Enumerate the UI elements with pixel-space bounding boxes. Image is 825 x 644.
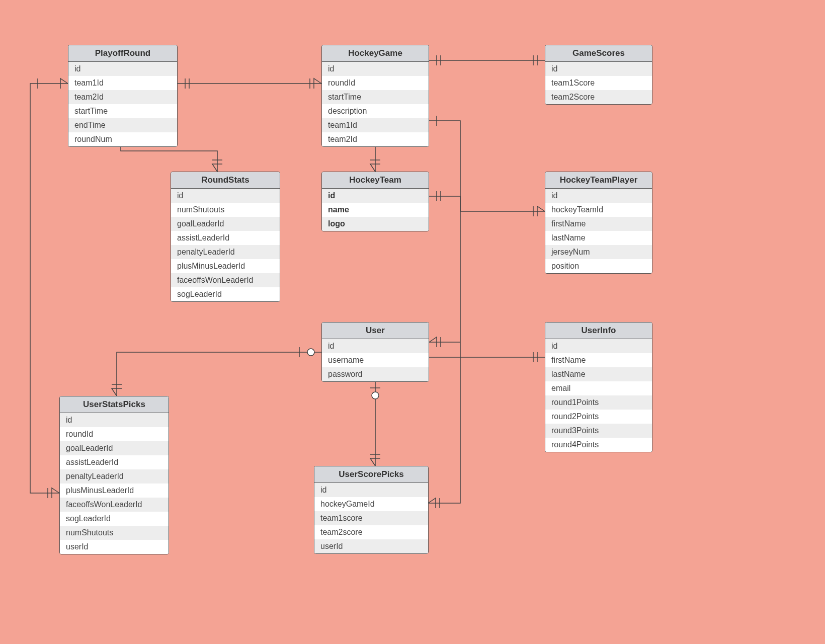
entity-fields: id username password: [322, 339, 429, 381]
entity-user-info: UserInfo id firstName lastName email rou…: [545, 322, 652, 452]
field: goalLeaderId: [60, 441, 169, 455]
field: round2Points: [545, 410, 652, 424]
field: round1Points: [545, 395, 652, 410]
field: lastName: [545, 231, 652, 245]
field: startTime: [68, 104, 177, 118]
field: name: [322, 203, 429, 217]
field: sogLeaderId: [171, 287, 280, 301]
entity-fields: id roundId startTime description team1Id…: [322, 62, 429, 146]
field: id: [322, 189, 429, 203]
field: jerseyNum: [545, 245, 652, 259]
field: round3Points: [545, 424, 652, 438]
field: description: [322, 104, 429, 118]
entity-fields: id team1Score team2Score: [545, 62, 652, 104]
entity-title: User: [322, 323, 429, 339]
entity-fields: id hockeyTeamId firstName lastName jerse…: [545, 189, 652, 273]
entity-title: HockeyTeam: [322, 172, 429, 189]
field: round4Points: [545, 438, 652, 452]
field: plusMinusLeaderId: [60, 484, 169, 498]
entity-title: RoundStats: [171, 172, 280, 189]
field: id: [68, 62, 177, 76]
entity-fields: id team1Id team2Id startTime endTime rou…: [68, 62, 177, 146]
field: id: [322, 339, 429, 353]
field: email: [545, 381, 652, 395]
field: penaltyLeaderId: [60, 469, 169, 484]
entity-title: HockeyGame: [322, 45, 429, 62]
entity-fields: id hockeyGameId team1score team2score us…: [314, 483, 428, 553]
field: team1score: [314, 511, 428, 525]
field: firstName: [545, 353, 652, 367]
entity-user: User id username password: [321, 322, 429, 382]
field: faceoffsWonLeaderId: [171, 273, 280, 287]
field: roundId: [322, 76, 429, 90]
field: id: [322, 62, 429, 76]
field: team1Id: [68, 76, 177, 90]
entity-title: PlayoffRound: [68, 45, 177, 62]
field: firstName: [545, 217, 652, 231]
field: goalLeaderId: [171, 217, 280, 231]
field: id: [60, 413, 169, 427]
field: plusMinusLeaderId: [171, 259, 280, 273]
entity-user-stats-picks: UserStatsPicks id roundId goalLeaderId a…: [59, 396, 169, 554]
entity-hockey-game: HockeyGame id roundId startTime descript…: [321, 45, 429, 147]
field: hockeyTeamId: [545, 203, 652, 217]
field: roundNum: [68, 132, 177, 146]
entity-title: GameScores: [545, 45, 652, 62]
entity-hockey-team: HockeyTeam id name logo: [321, 172, 429, 231]
field: hockeyGameId: [314, 497, 428, 511]
field: password: [322, 367, 429, 381]
entity-fields: id roundId goalLeaderId assistLeaderId p…: [60, 413, 169, 554]
entity-game-scores: GameScores id team1Score team2Score: [545, 45, 652, 105]
field: userId: [314, 539, 428, 553]
field: userId: [60, 540, 169, 554]
field: assistLeaderId: [60, 455, 169, 469]
field: faceoffsWonLeaderId: [60, 498, 169, 512]
field: team2score: [314, 525, 428, 539]
field: team1Id: [322, 118, 429, 132]
field: startTime: [322, 90, 429, 104]
field: penaltyLeaderId: [171, 245, 280, 259]
field: sogLeaderId: [60, 512, 169, 526]
entity-fields: id numShutouts goalLeaderId assistLeader…: [171, 189, 280, 301]
entity-hockey-team-player: HockeyTeamPlayer id hockeyTeamId firstNa…: [545, 172, 652, 274]
field: team2Id: [68, 90, 177, 104]
entity-title: UserInfo: [545, 323, 652, 339]
field: numShutouts: [60, 526, 169, 540]
entity-playoff-round: PlayoffRound id team1Id team2Id startTim…: [68, 45, 178, 147]
field: id: [314, 483, 428, 497]
field: logo: [322, 217, 429, 231]
field: lastName: [545, 367, 652, 381]
field: id: [545, 339, 652, 353]
field: id: [171, 189, 280, 203]
field: team1Score: [545, 76, 652, 90]
field: assistLeaderId: [171, 231, 280, 245]
svg-point-27: [372, 392, 379, 399]
field: roundId: [60, 427, 169, 441]
entity-fields: id firstName lastName email round1Points…: [545, 339, 652, 452]
svg-point-29: [307, 349, 314, 356]
field: id: [545, 189, 652, 203]
field: position: [545, 259, 652, 273]
entity-fields: id name logo: [322, 189, 429, 231]
field: username: [322, 353, 429, 367]
entity-title: UserStatsPicks: [60, 396, 169, 413]
field: id: [545, 62, 652, 76]
entity-round-stats: RoundStats id numShutouts goalLeaderId a…: [171, 172, 280, 302]
field: numShutouts: [171, 203, 280, 217]
field: team2Id: [322, 132, 429, 146]
entity-user-score-picks: UserScorePicks id hockeyGameId team1scor…: [314, 466, 429, 554]
entity-title: UserScorePicks: [314, 466, 428, 483]
field: endTime: [68, 118, 177, 132]
field: team2Score: [545, 90, 652, 104]
entity-title: HockeyTeamPlayer: [545, 172, 652, 189]
